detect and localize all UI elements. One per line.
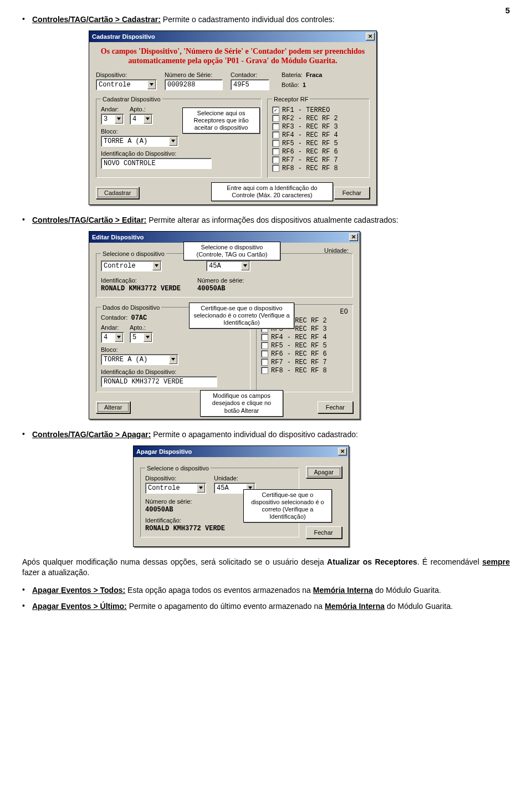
- alterar-button[interactable]: Alterar: [96, 401, 130, 413]
- select-apto[interactable]: 4: [130, 114, 153, 125]
- dialog-cadastrar: Cadastrar Dispositivo ✕ Os campos 'Dispo…: [89, 30, 377, 205]
- checkbox-icon[interactable]: [272, 131, 279, 139]
- bullet-text: Apagar Eventos > Todos: Esta opção apaga…: [32, 585, 441, 596]
- input-ident[interactable]: NOVO CONTROLE: [101, 158, 212, 169]
- group-receptor: Receptor RF ✓RF1 - TERREORF2 - REC RF 2R…: [267, 96, 370, 178]
- fechar-button[interactable]: Fechar: [334, 187, 370, 199]
- bullet-icon: •: [22, 585, 32, 596]
- text: Permite o apagamento do último evento ar…: [127, 602, 325, 611]
- checkbox-icon[interactable]: [261, 350, 268, 357]
- apagar-button[interactable]: Apagar: [306, 466, 342, 478]
- rf-option[interactable]: ✓RF1 - TERREO: [272, 106, 365, 114]
- chevron-down-icon[interactable]: [144, 333, 152, 342]
- select-bloco[interactable]: TORRE A (A): [101, 136, 178, 147]
- titlebar[interactable]: Apagar Dispositivo ✕: [134, 446, 349, 457]
- bullet-eventos-todos: • Apagar Eventos > Todos: Esta opção apa…: [22, 585, 510, 596]
- select-dispositivo[interactable]: Controle: [96, 79, 157, 90]
- checkbox-icon[interactable]: [272, 165, 279, 172]
- checkbox-icon[interactable]: [261, 342, 268, 349]
- titlebar[interactable]: Editar Dispositivo ✕: [89, 232, 360, 243]
- callout-alterar: Modifique os campos desejados e clique n…: [200, 390, 283, 417]
- callout-selecione: Selecione o dispositivo (Controle, TAG o…: [183, 242, 280, 260]
- select-dispositivo[interactable]: Controle: [145, 483, 206, 494]
- select-unidade[interactable]: 45A: [206, 260, 250, 272]
- text-bold: Memória Interna: [325, 602, 385, 611]
- close-icon[interactable]: ✕: [366, 33, 375, 40]
- rf-option[interactable]: RF5 - REC RF 5: [272, 140, 365, 147]
- rf-option[interactable]: RF3 - REC RF 3: [272, 123, 365, 131]
- input-contador[interactable]: 49F5: [231, 79, 269, 90]
- checkbox-icon[interactable]: [272, 148, 279, 155]
- rf-option[interactable]: RF7 - REC RF 7: [261, 358, 348, 366]
- titlebar[interactable]: Cadastrar Dispositivo ✕: [89, 31, 376, 42]
- select-andar[interactable]: 4: [101, 332, 124, 343]
- rf-option[interactable]: RF4 - REC RF 4: [261, 334, 348, 341]
- bullet-tail: Permite o apagamento individual do dispo…: [151, 430, 358, 439]
- label-unidade: Unidade:: [324, 247, 349, 254]
- bullet-icon: •: [22, 429, 32, 440]
- svg-marker-8: [171, 358, 175, 361]
- select-andar[interactable]: 3: [101, 114, 124, 125]
- chevron-down-icon[interactable]: [147, 80, 156, 89]
- label-dispositivo: Dispositivo:: [96, 71, 157, 78]
- chevron-down-icon[interactable]: [169, 355, 177, 364]
- label-serie: Número de Série:: [165, 71, 223, 78]
- label-ident: Identificação:: [101, 277, 181, 284]
- checkbox-icon[interactable]: [261, 367, 268, 374]
- cadastrar-button[interactable]: Cadastrar: [96, 187, 139, 199]
- rf-label: RF4 - REC RF 4: [271, 334, 327, 341]
- input-ident-dev[interactable]: RONALD KMH3772 VERDE: [101, 376, 217, 387]
- page-number: 5: [505, 6, 510, 15]
- label-unidade: Unidade:: [214, 475, 255, 481]
- rf-option[interactable]: RF8 - REC RF 8: [272, 165, 365, 172]
- paragraph-atualizar: Após qualquer modificação numa dessas op…: [22, 557, 510, 578]
- svg-marker-7: [146, 336, 150, 339]
- rf-option[interactable]: RF4 - REC RF 4: [272, 131, 365, 139]
- dialog-apagar: Apagar Dispositivo ✕ Selecione o disposi…: [133, 445, 349, 547]
- chevron-down-icon[interactable]: [115, 115, 123, 124]
- checkbox-icon[interactable]: [261, 334, 268, 341]
- rf-option[interactable]: RF7 - REC RF 7: [272, 156, 365, 164]
- bullet-tail: Permite alterar as informações dos dispo…: [146, 216, 398, 224]
- checkbox-icon[interactable]: ✓: [272, 106, 279, 114]
- bullet-icon: •: [22, 215, 32, 226]
- chevron-down-icon[interactable]: [152, 262, 161, 270]
- select-value: 4: [104, 334, 108, 341]
- svg-marker-9: [199, 486, 203, 489]
- svg-marker-3: [171, 140, 175, 142]
- rf-option[interactable]: RF6 - REC RF 6: [261, 350, 348, 358]
- text-underline: sempre: [482, 557, 510, 566]
- chevron-down-icon[interactable]: [197, 484, 205, 493]
- checkbox-icon[interactable]: [261, 358, 268, 366]
- select-dispositivo[interactable]: Controle: [101, 260, 162, 272]
- close-icon[interactable]: ✕: [349, 233, 358, 241]
- callout-confirma: Certifique-se que o dispositivo selecion…: [243, 489, 332, 523]
- chevron-down-icon[interactable]: [241, 262, 249, 270]
- input-value: RONALD KMH3772 VERDE: [104, 378, 183, 386]
- rf-option[interactable]: RF8 - REC RF 8: [261, 367, 348, 375]
- rf-option[interactable]: RF6 - REC RF 6: [272, 148, 365, 156]
- label-ident-dev: Identificação do Dispositivo:: [101, 368, 245, 375]
- fechar-button[interactable]: Fechar: [306, 526, 342, 539]
- select-bloco[interactable]: TORRE A (A): [101, 354, 178, 365]
- chevron-down-icon[interactable]: [144, 115, 152, 124]
- bullet-head: Apagar Eventos > Todos:: [32, 586, 125, 595]
- rf-option[interactable]: RF2 - REC RF 2: [272, 115, 365, 122]
- rf-label: RF5 - REC RF 5: [282, 140, 338, 147]
- close-icon[interactable]: ✕: [338, 448, 347, 455]
- value-serie: 40050AB: [197, 285, 244, 293]
- rf-option[interactable]: RF5 - REC RF 5: [261, 342, 348, 350]
- checkbox-icon[interactable]: [272, 123, 279, 130]
- select-value: TORRE A (A): [104, 137, 147, 145]
- checkbox-icon[interactable]: [272, 140, 279, 147]
- value-botao: 1: [303, 81, 306, 88]
- chevron-down-icon[interactable]: [169, 137, 177, 146]
- dialog-title: Apagar Dispositivo: [136, 448, 192, 455]
- chevron-down-icon[interactable]: [115, 333, 123, 342]
- fechar-button[interactable]: Fechar: [318, 401, 353, 413]
- input-serie[interactable]: 0009288: [165, 79, 223, 90]
- callout-verifique: Certifique-se que o dispositivo selecion…: [189, 303, 294, 329]
- checkbox-icon[interactable]: [272, 156, 279, 163]
- checkbox-icon[interactable]: [272, 115, 279, 122]
- select-apto[interactable]: 5: [130, 332, 153, 343]
